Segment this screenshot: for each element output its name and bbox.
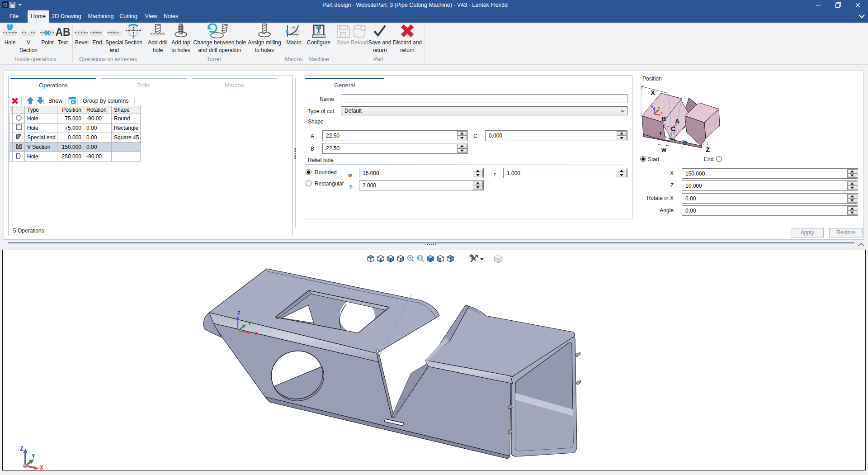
svg-text:C: C <box>671 125 675 133</box>
svg-text:X: X <box>255 331 258 336</box>
svg-text:Z: Z <box>237 310 240 316</box>
svg-text:B: B <box>661 115 666 123</box>
svg-text:r: r <box>660 130 662 137</box>
svg-text:z: z <box>651 105 653 109</box>
svg-text:Z: Z <box>706 146 710 153</box>
svg-text:X: X <box>651 89 655 96</box>
svg-text:A: A <box>292 25 295 29</box>
svg-text:Y: Y <box>32 453 35 460</box>
svg-text:h: h <box>683 139 687 146</box>
svg-text:B: B <box>286 29 289 34</box>
svg-text:Y: Y <box>658 106 660 110</box>
svg-text:X: X <box>40 465 43 470</box>
svg-text:Y: Y <box>248 321 251 326</box>
svg-text:w: w <box>661 146 666 153</box>
svg-text:x: x <box>660 111 663 115</box>
svg-text:Z: Z <box>20 446 24 452</box>
svg-text:AB: AB <box>55 26 70 38</box>
svg-text:A: A <box>675 118 679 125</box>
